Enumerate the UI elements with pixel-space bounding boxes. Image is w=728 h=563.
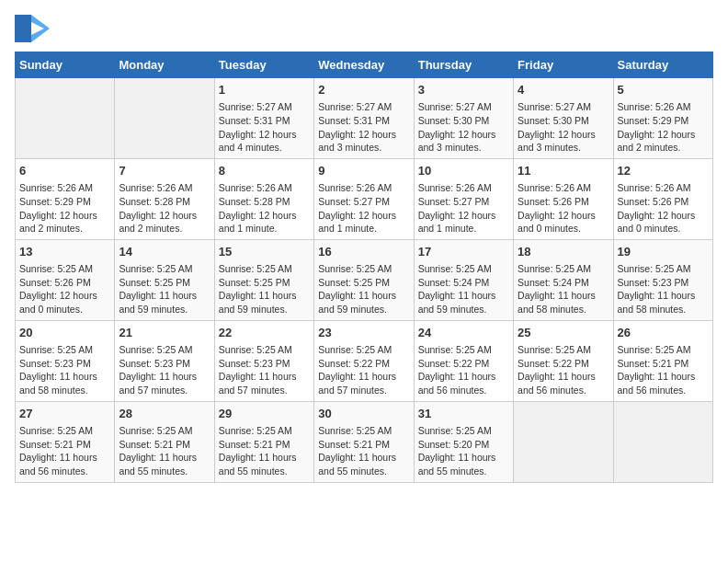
day-info: Daylight: 12 hours and 0 minutes. xyxy=(618,209,709,236)
day-info: Daylight: 12 hours and 3 minutes. xyxy=(518,128,609,155)
day-cell: 9Sunrise: 5:26 AMSunset: 5:27 PMDaylight… xyxy=(314,158,414,239)
day-number: 30 xyxy=(318,406,409,422)
day-info: Sunrise: 5:26 AM xyxy=(19,181,110,195)
day-info: Daylight: 12 hours and 3 minutes. xyxy=(418,128,509,155)
day-info: Sunset: 5:29 PM xyxy=(19,195,110,209)
day-info: Sunrise: 5:25 AM xyxy=(318,262,409,276)
calendar-header: SundayMondayTuesdayWednesdayThursdayFrid… xyxy=(16,52,713,78)
day-cell: 27Sunrise: 5:25 AMSunset: 5:21 PMDayligh… xyxy=(16,401,115,482)
day-info: Sunset: 5:20 PM xyxy=(418,438,509,452)
day-info: Daylight: 11 hours and 59 minutes. xyxy=(219,289,310,316)
week-row-5: 27Sunrise: 5:25 AMSunset: 5:21 PMDayligh… xyxy=(16,401,713,482)
day-info: Sunset: 5:21 PM xyxy=(19,438,110,452)
day-info: Sunset: 5:21 PM xyxy=(318,438,409,452)
header-row: SundayMondayTuesdayWednesdayThursdayFrid… xyxy=(16,52,713,78)
day-info: Daylight: 12 hours and 1 minute. xyxy=(318,209,409,236)
day-info: Sunrise: 5:25 AM xyxy=(518,262,609,276)
day-info: Sunset: 5:26 PM xyxy=(19,276,110,290)
day-cell xyxy=(514,401,613,482)
day-info: Daylight: 12 hours and 2 minutes. xyxy=(119,209,210,236)
day-info: Sunrise: 5:27 AM xyxy=(518,100,609,114)
day-info: Sunset: 5:27 PM xyxy=(418,195,509,209)
day-cell: 29Sunrise: 5:25 AMSunset: 5:21 PMDayligh… xyxy=(214,401,313,482)
day-info: Daylight: 11 hours and 56 minutes. xyxy=(618,370,709,396)
day-info: Sunrise: 5:26 AM xyxy=(618,181,709,195)
header-cell-monday: Monday xyxy=(115,52,214,78)
day-info: Daylight: 12 hours and 0 minutes. xyxy=(518,209,609,236)
day-number: 8 xyxy=(219,163,310,179)
day-number: 15 xyxy=(219,244,310,260)
day-info: Sunset: 5:26 PM xyxy=(618,195,709,209)
day-info: Sunrise: 5:27 AM xyxy=(219,100,310,114)
week-row-4: 20Sunrise: 5:25 AMSunset: 5:23 PMDayligh… xyxy=(16,320,713,401)
day-info: Sunrise: 5:25 AM xyxy=(618,262,709,276)
day-info: Sunrise: 5:25 AM xyxy=(219,343,310,357)
day-cell: 12Sunrise: 5:26 AMSunset: 5:26 PMDayligh… xyxy=(613,158,712,239)
day-number: 21 xyxy=(119,325,210,341)
day-number: 25 xyxy=(518,325,609,341)
header-cell-wednesday: Wednesday xyxy=(314,52,414,78)
day-cell: 4Sunrise: 5:27 AMSunset: 5:30 PMDaylight… xyxy=(514,78,613,159)
day-number: 4 xyxy=(518,82,609,98)
day-cell: 19Sunrise: 5:25 AMSunset: 5:23 PMDayligh… xyxy=(613,239,712,320)
day-number: 17 xyxy=(418,244,509,260)
calendar-table: SundayMondayTuesdayWednesdayThursdayFrid… xyxy=(15,52,713,483)
day-info: Sunset: 5:24 PM xyxy=(418,276,509,290)
day-info: Daylight: 12 hours and 1 minute. xyxy=(418,209,509,236)
day-cell xyxy=(16,78,115,159)
day-number: 13 xyxy=(19,244,110,260)
day-info: Daylight: 11 hours and 59 minutes. xyxy=(418,289,509,316)
day-cell: 11Sunrise: 5:26 AMSunset: 5:26 PMDayligh… xyxy=(514,158,613,239)
day-number: 28 xyxy=(119,406,210,422)
day-info: Sunset: 5:31 PM xyxy=(219,114,310,128)
day-info: Sunrise: 5:26 AM xyxy=(618,100,709,114)
day-info: Sunset: 5:21 PM xyxy=(618,357,709,371)
day-info: Sunset: 5:25 PM xyxy=(318,276,409,290)
day-cell: 5Sunrise: 5:26 AMSunset: 5:29 PMDaylight… xyxy=(613,78,712,159)
day-number: 27 xyxy=(19,406,110,422)
day-number: 5 xyxy=(618,82,709,98)
day-info: Daylight: 11 hours and 58 minutes. xyxy=(19,370,110,396)
week-row-3: 13Sunrise: 5:25 AMSunset: 5:26 PMDayligh… xyxy=(16,239,713,320)
day-info: Daylight: 11 hours and 57 minutes. xyxy=(318,370,409,396)
day-info: Daylight: 12 hours and 4 minutes. xyxy=(219,128,310,155)
day-info: Sunrise: 5:25 AM xyxy=(119,262,210,276)
day-info: Sunrise: 5:25 AM xyxy=(19,262,110,276)
day-cell xyxy=(115,78,214,159)
day-cell: 23Sunrise: 5:25 AMSunset: 5:22 PMDayligh… xyxy=(314,320,414,401)
header-cell-sunday: Sunday xyxy=(16,52,115,78)
day-info: Sunset: 5:27 PM xyxy=(318,195,409,209)
day-info: Sunset: 5:30 PM xyxy=(418,114,509,128)
day-info: Daylight: 11 hours and 55 minutes. xyxy=(418,451,509,477)
day-info: Sunset: 5:22 PM xyxy=(318,357,409,371)
day-info: Sunrise: 5:25 AM xyxy=(19,343,110,357)
day-info: Sunrise: 5:25 AM xyxy=(119,343,210,357)
day-cell: 22Sunrise: 5:25 AMSunset: 5:23 PMDayligh… xyxy=(214,320,313,401)
day-info: Sunrise: 5:25 AM xyxy=(219,424,310,438)
header-cell-tuesday: Tuesday xyxy=(214,52,313,78)
week-row-1: 1Sunrise: 5:27 AMSunset: 5:31 PMDaylight… xyxy=(16,78,713,159)
day-info: Daylight: 12 hours and 2 minutes. xyxy=(19,209,110,236)
day-info: Daylight: 11 hours and 55 minutes. xyxy=(219,451,310,477)
logo-icon xyxy=(15,15,50,42)
day-cell: 17Sunrise: 5:25 AMSunset: 5:24 PMDayligh… xyxy=(414,239,513,320)
day-info: Sunrise: 5:26 AM xyxy=(219,181,310,195)
day-info: Sunset: 5:24 PM xyxy=(518,276,609,290)
day-info: Sunset: 5:23 PM xyxy=(219,357,310,371)
day-info: Sunset: 5:23 PM xyxy=(618,276,709,290)
day-info: Sunrise: 5:27 AM xyxy=(318,100,409,114)
day-info: Sunset: 5:28 PM xyxy=(219,195,310,209)
day-number: 22 xyxy=(219,325,310,341)
logo xyxy=(15,15,53,42)
day-number: 2 xyxy=(318,82,409,98)
day-cell: 16Sunrise: 5:25 AMSunset: 5:25 PMDayligh… xyxy=(314,239,414,320)
calendar-body: 1Sunrise: 5:27 AMSunset: 5:31 PMDaylight… xyxy=(16,78,713,483)
day-info: Sunrise: 5:26 AM xyxy=(418,181,509,195)
day-info: Sunrise: 5:25 AM xyxy=(318,424,409,438)
day-cell: 20Sunrise: 5:25 AMSunset: 5:23 PMDayligh… xyxy=(16,320,115,401)
day-info: Daylight: 11 hours and 56 minutes. xyxy=(19,451,110,477)
day-cell: 24Sunrise: 5:25 AMSunset: 5:22 PMDayligh… xyxy=(414,320,513,401)
day-cell: 13Sunrise: 5:25 AMSunset: 5:26 PMDayligh… xyxy=(16,239,115,320)
day-info: Daylight: 12 hours and 0 minutes. xyxy=(19,289,110,316)
day-number: 6 xyxy=(19,163,110,179)
